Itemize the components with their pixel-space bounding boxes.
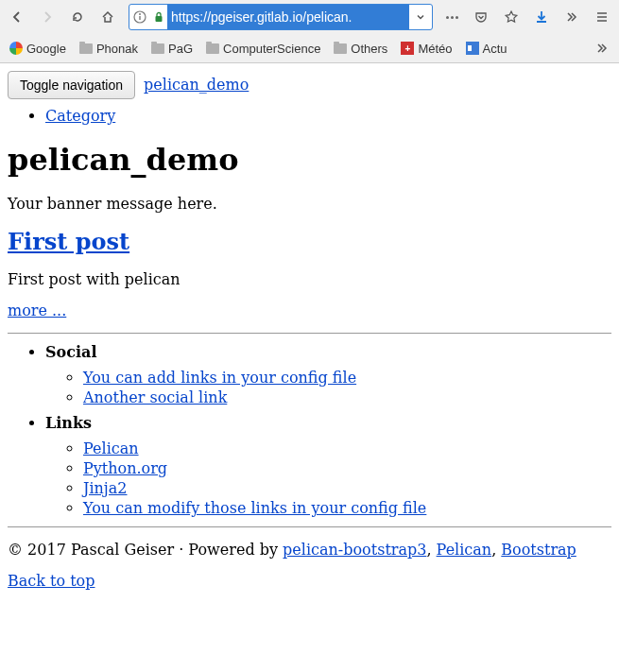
browser-chrome: https://pgeiser.gitlab.io/pelican. Googl… bbox=[0, 0, 619, 63]
svg-rect-3 bbox=[156, 16, 163, 22]
svg-point-1 bbox=[139, 13, 141, 15]
footer-text: © 2017 Pascal Geiser · Powered by pelica… bbox=[8, 541, 611, 559]
bookmark-star-button[interactable] bbox=[498, 4, 524, 30]
download-icon bbox=[534, 9, 549, 25]
post-title: First post bbox=[8, 228, 611, 255]
link-item: Python.org bbox=[83, 459, 611, 477]
links-section: Links Pelican Python.org Jinja2 You can … bbox=[45, 414, 611, 517]
browser-toolbar: https://pgeiser.gitlab.io/pelican. bbox=[0, 0, 619, 34]
external-link[interactable]: Pelican bbox=[83, 439, 139, 457]
page-content: Toggle navigation pelican_demo Category … bbox=[0, 63, 619, 611]
chevrons-right-icon bbox=[594, 41, 610, 56]
folder-icon bbox=[79, 43, 93, 54]
bookmarks-overflow[interactable] bbox=[589, 35, 615, 61]
bookmark-computerscience[interactable]: ComputerScience bbox=[200, 39, 326, 59]
actu-icon bbox=[466, 42, 479, 55]
links-heading: Links bbox=[45, 414, 92, 432]
external-link[interactable]: Python.org bbox=[83, 459, 167, 477]
external-link[interactable]: Jinja2 bbox=[83, 479, 128, 497]
bookmark-google[interactable]: Google bbox=[4, 39, 72, 59]
url-bar[interactable]: https://pgeiser.gitlab.io/pelican. bbox=[129, 4, 433, 30]
menu-button[interactable] bbox=[589, 4, 615, 30]
forward-button bbox=[34, 4, 60, 30]
home-icon bbox=[100, 9, 115, 25]
toggle-navigation-button[interactable]: Toggle navigation bbox=[8, 71, 135, 99]
google-icon bbox=[9, 42, 23, 55]
back-to-top-link[interactable]: Back to top bbox=[8, 572, 95, 590]
arrow-left-icon bbox=[9, 9, 25, 25]
back-button[interactable] bbox=[4, 4, 30, 30]
sidebar-list: Social You can add links in your config … bbox=[8, 343, 611, 517]
chevron-down-icon[interactable] bbox=[409, 11, 432, 23]
page-title: pelican_demo bbox=[8, 142, 611, 178]
post-title-link[interactable]: First post bbox=[8, 228, 129, 255]
external-link[interactable]: You can modify those links in your confi… bbox=[83, 499, 426, 517]
social-item: You can add links in your config file bbox=[83, 369, 611, 387]
home-button[interactable] bbox=[95, 4, 121, 30]
credit-link[interactable]: Bootstrap bbox=[501, 541, 576, 559]
bookmark-others[interactable]: Others bbox=[328, 39, 393, 59]
bookmarks-bar: Google Phonak PaG ComputerScience Others… bbox=[0, 34, 619, 62]
more-link[interactable]: more ... bbox=[8, 302, 66, 319]
folder-icon bbox=[151, 43, 164, 54]
url-text[interactable]: https://pgeiser.gitlab.io/pelican. bbox=[167, 5, 409, 29]
page-actions-icon[interactable] bbox=[440, 16, 464, 19]
reload-button[interactable] bbox=[64, 4, 91, 30]
downloads-button[interactable] bbox=[528, 4, 555, 30]
overflow-button[interactable] bbox=[559, 4, 585, 30]
nav-link-category[interactable]: Category bbox=[45, 107, 115, 125]
social-section: Social You can add links in your config … bbox=[45, 343, 611, 406]
credit-link[interactable]: pelican-bootstrap3 bbox=[283, 541, 426, 559]
bookmark-pag[interactable]: PaG bbox=[146, 39, 198, 59]
folder-icon bbox=[206, 43, 219, 54]
folder-icon bbox=[334, 43, 347, 54]
pocket-button[interactable] bbox=[468, 4, 494, 30]
svg-rect-2 bbox=[139, 16, 140, 20]
lock-icon bbox=[150, 11, 167, 23]
brand-link[interactable]: pelican_demo bbox=[144, 76, 249, 94]
nav-item: Category bbox=[45, 107, 611, 125]
divider bbox=[8, 526, 611, 527]
banner-message: Your banner message here. bbox=[8, 195, 611, 213]
star-icon bbox=[504, 9, 519, 25]
hamburger-icon bbox=[594, 9, 610, 25]
arrow-right-icon bbox=[40, 9, 55, 25]
navbar: Toggle navigation pelican_demo Category bbox=[8, 71, 611, 125]
credit-link[interactable]: Pelican bbox=[437, 541, 492, 559]
info-icon[interactable] bbox=[129, 10, 150, 24]
social-item: Another social link bbox=[83, 388, 611, 406]
social-link[interactable]: Another social link bbox=[83, 388, 227, 406]
divider bbox=[8, 333, 611, 334]
pocket-icon bbox=[473, 9, 489, 25]
meteo-icon: + bbox=[401, 42, 414, 55]
link-item: Jinja2 bbox=[83, 479, 611, 497]
bookmark-actu[interactable]: Actu bbox=[460, 39, 513, 59]
reload-icon bbox=[70, 9, 85, 25]
chevrons-right-icon bbox=[564, 9, 579, 25]
link-item: Pelican bbox=[83, 439, 611, 457]
post-excerpt: First post with pelican bbox=[8, 270, 611, 288]
bookmark-phonak[interactable]: Phonak bbox=[74, 39, 144, 59]
social-link[interactable]: You can add links in your config file bbox=[83, 369, 356, 387]
link-item: You can modify those links in your confi… bbox=[83, 499, 611, 517]
bookmark-meteo[interactable]: +Météo bbox=[395, 39, 457, 59]
social-heading: Social bbox=[45, 343, 97, 361]
